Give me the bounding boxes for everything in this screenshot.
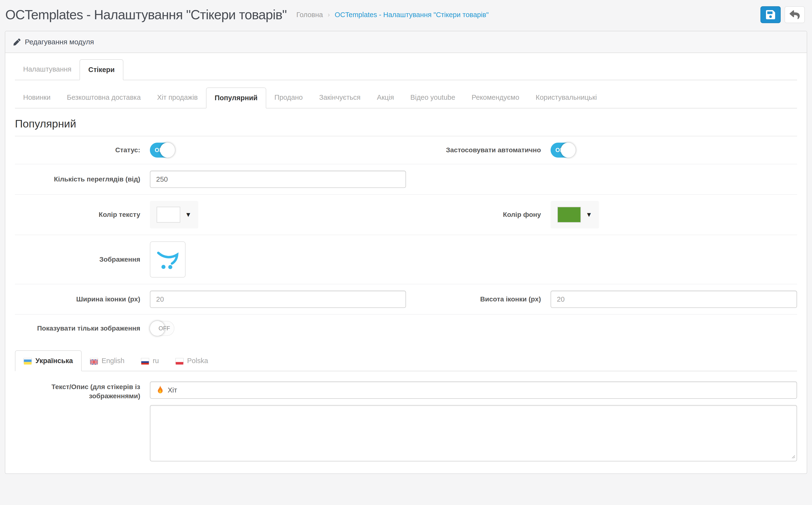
bg-color-picker[interactable]: ▼ [550, 201, 599, 228]
bg-color-swatch [557, 207, 581, 223]
text-color-label: Колір тексту [15, 210, 140, 219]
text-color-picker[interactable]: ▼ [150, 201, 198, 228]
panel-heading: Редагування модуля [5, 31, 807, 53]
flag-russia-icon [141, 358, 149, 364]
lang-tab-label: English [102, 357, 125, 365]
lang-tab-ukrainian[interactable]: Українська [15, 350, 82, 371]
image-only-toggle-state: OFF [159, 321, 170, 335]
lang-tab-polish[interactable]: Polska [167, 350, 216, 371]
reply-arrow-icon [790, 10, 800, 20]
tab-popular[interactable]: Популярний [206, 88, 266, 109]
icon-height-input[interactable]: 20 [550, 291, 797, 308]
icon-height-placeholder: 20 [557, 295, 564, 303]
row-description: Текст/Опис (для стікерів із зображеннями… [15, 381, 797, 461]
tab-sold[interactable]: Продано [266, 88, 311, 109]
panel-body: Налаштування Стікери Новинки Безкоштовна… [5, 53, 807, 474]
resize-grip-icon[interactable] [791, 454, 795, 460]
description-value: Хіт [168, 386, 177, 394]
tab-video-youtube[interactable]: Відео youtube [402, 88, 463, 109]
row-image: Зображення [15, 235, 797, 284]
caret-down-icon: ▼ [586, 211, 592, 218]
lang-tab-label: Polska [187, 357, 208, 365]
row-colors: Колір тексту ▼ Колір фону ▼ [15, 195, 797, 235]
toggle-knob [561, 143, 576, 158]
page-title: OCTemplates - Налаштування "Стікери това… [5, 7, 287, 22]
image-thumbnail[interactable] [150, 241, 185, 278]
views-from-input[interactable]: 250 [150, 171, 406, 188]
description-textarea[interactable] [150, 405, 797, 461]
tab-free-shipping[interactable]: Безкоштовна доставка [59, 88, 149, 109]
edit-module-panel: Редагування модуля Налаштування Стікери … [5, 31, 807, 474]
breadcrumb: Головна › OCTemplates - Налаштування "Ст… [296, 11, 489, 19]
tab-recommended[interactable]: Рекомендуємо [463, 88, 527, 109]
status-label: Статус: [15, 145, 140, 155]
icon-width-label: Ширина іконки (px) [15, 295, 140, 304]
icon-width-input[interactable]: 20 [150, 291, 406, 308]
icon-height-label: Висота іконки (px) [406, 295, 541, 304]
image-label: Зображення [15, 255, 140, 264]
row-status: Статус: ON Застосовувати автоматично ON [15, 136, 797, 164]
text-color-swatch [157, 207, 180, 223]
tab-new[interactable]: Новинки [15, 88, 59, 109]
pencil-icon [13, 38, 20, 45]
tab-ending[interactable]: Закінчується [311, 88, 369, 109]
bg-color-label: Колір фону [406, 210, 541, 219]
floppy-disk-icon [766, 9, 775, 20]
flag-poland-icon [175, 358, 184, 364]
breadcrumb-home-link[interactable]: Головна [296, 11, 323, 19]
row-image-only: Показувати тільки зображення OFF [15, 315, 797, 342]
opencart-logo-icon [155, 248, 180, 271]
lang-tab-russian[interactable]: ru [133, 350, 167, 371]
panel-heading-label: Редагування модуля [25, 38, 94, 46]
tab-settings[interactable]: Налаштування [15, 59, 79, 80]
header-actions [761, 6, 805, 23]
back-button[interactable] [785, 6, 805, 23]
language-tabs: Українська English ru Polska [15, 350, 797, 371]
tab-sale[interactable]: Акція [369, 88, 402, 109]
tab-bestseller[interactable]: Хіт продажів [149, 88, 206, 109]
lang-tab-label: Українська [35, 357, 73, 365]
flag-ukraine-icon [24, 358, 32, 364]
page-header: OCTemplates - Налаштування "Стікери това… [0, 0, 812, 31]
image-only-label: Показувати тільки зображення [15, 324, 140, 333]
fire-icon [156, 385, 164, 395]
section-legend: Популярний [15, 109, 797, 136]
row-icon-size: Ширина іконки (px) 20 Висота іконки (px)… [15, 284, 797, 315]
auto-apply-label: Застосовувати автоматично [406, 145, 541, 155]
sticker-tabs: Новинки Безкоштовна доставка Хіт продажі… [15, 88, 797, 109]
lang-tab-english[interactable]: English [82, 350, 133, 371]
status-toggle[interactable]: ON [150, 143, 174, 158]
icon-width-placeholder: 20 [156, 295, 164, 303]
views-from-value: 250 [156, 175, 168, 183]
caret-down-icon: ▼ [185, 211, 191, 218]
breadcrumb-current-link[interactable]: OCTemplates - Налаштування "Стікери това… [335, 11, 489, 19]
tab-custom[interactable]: Користувальницькі [527, 88, 605, 109]
tab-stickers[interactable]: Стікери [79, 59, 123, 80]
breadcrumb-separator: › [328, 11, 330, 19]
auto-apply-toggle[interactable]: ON [550, 143, 575, 158]
image-only-toggle[interactable]: OFF [150, 321, 174, 336]
flag-uk-icon [90, 358, 98, 364]
description-text-input[interactable]: Хіт [150, 381, 797, 399]
description-label: Текст/Опис (для стікерів із зображеннями… [15, 381, 140, 461]
toggle-knob [160, 143, 175, 158]
row-views-from: Кількість переглядів (від) 250 [15, 164, 797, 195]
lang-tab-label: ru [153, 357, 159, 365]
main-tabs: Налаштування Стікери [15, 59, 797, 80]
views-from-label: Кількість переглядів (від) [15, 174, 140, 184]
save-button[interactable] [761, 6, 781, 23]
